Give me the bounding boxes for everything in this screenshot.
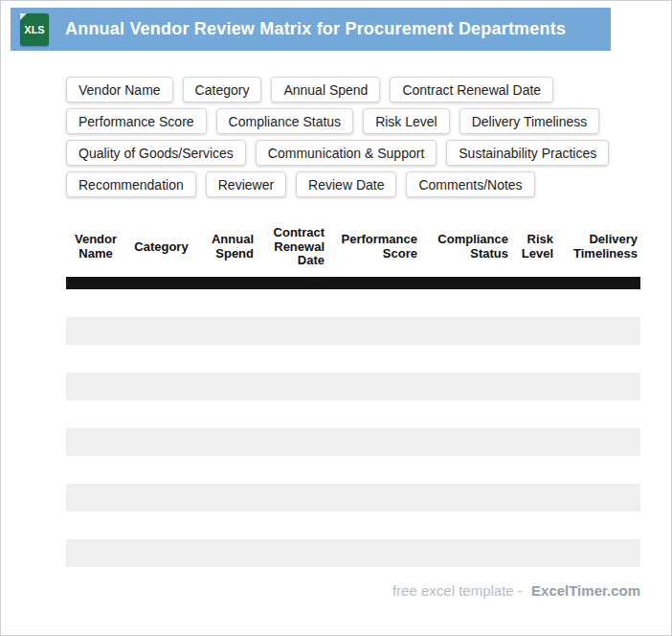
table-cell: [511, 511, 556, 539]
table-cell: [327, 511, 420, 539]
field-tag-delivery-timeliness[interactable]: Delivery Timeliness: [459, 108, 600, 134]
table-cell: [327, 484, 420, 511]
field-tag-annual-spend[interactable]: Annual Spend: [271, 77, 380, 102]
table-cell: [327, 428, 420, 456]
table-cell: [556, 539, 640, 567]
table-cell: [66, 373, 125, 400]
column-header-category: Category: [125, 217, 197, 277]
field-tag-category[interactable]: Category: [183, 77, 262, 102]
table-cell: [511, 400, 556, 428]
table-header-row: Vendor Name Category Annual Spend Contra…: [66, 217, 640, 277]
footer-label: free excel template -: [392, 582, 523, 599]
table-cell: [66, 400, 125, 428]
table-cell: [257, 373, 327, 400]
table-cell: [556, 428, 640, 456]
table-cell: [197, 373, 257, 400]
table-cell: [511, 456, 556, 484]
column-header-compliance-status: Compliance Status: [420, 217, 511, 277]
table-row: [66, 428, 640, 456]
table-cell: [420, 289, 511, 317]
table-cell: [556, 511, 640, 539]
table-row: [66, 400, 640, 428]
table-row: [66, 484, 640, 511]
table-cell: [125, 456, 197, 484]
table-cell: [125, 428, 197, 456]
field-tag-communication-support[interactable]: Communication & Support: [256, 140, 437, 166]
table-row: [66, 456, 640, 484]
table-cell: [197, 456, 257, 484]
column-header-risk-level: Risk Level: [511, 217, 556, 277]
table-cell: [327, 289, 420, 317]
table-row: [66, 539, 640, 567]
field-tag-vendor-name[interactable]: Vendor Name: [66, 77, 173, 102]
table-cell: [66, 456, 125, 484]
field-tag-list: Vendor Name Category Annual Spend Contra…: [66, 77, 640, 203]
template-preview-page: XLS Annual Vendor Review Matrix for Proc…: [0, 0, 672, 636]
field-tag-sustainability[interactable]: Sustainability Practices: [446, 140, 609, 166]
table-cell: [511, 539, 556, 567]
table-cell: [257, 511, 327, 539]
table-cell: [257, 484, 327, 511]
table-row: [66, 317, 640, 345]
table-cell: [511, 428, 556, 456]
table-cell: [66, 428, 125, 456]
table-cell: [125, 539, 197, 567]
field-tag-recommendation[interactable]: Recommendation: [66, 171, 196, 197]
table-cell: [511, 317, 556, 345]
field-tag-comments-notes[interactable]: Comments/Notes: [406, 171, 534, 197]
table-cell: [125, 317, 197, 345]
column-header-contract-renewal-date: Contract Renewal Date: [257, 217, 327, 277]
column-header-vendor-name: Vendor Name: [66, 217, 125, 277]
table-cell: [66, 511, 125, 539]
table-cell: [66, 317, 125, 345]
table-cell: [556, 456, 640, 484]
column-header-performance-score: Performance Score: [327, 217, 420, 277]
table-cell: [420, 539, 511, 567]
table-cell: [556, 373, 640, 400]
table-cell: [327, 539, 420, 567]
field-tag-row: Quality of Goods/Services Communication …: [66, 140, 640, 166]
table-cell: [556, 400, 640, 428]
field-tag-row: Performance Score Compliance Status Risk…: [66, 108, 640, 134]
table-cell: [197, 400, 257, 428]
table-cell: [125, 400, 197, 428]
field-tag-row: Vendor Name Category Annual Spend Contra…: [66, 77, 640, 102]
table-cell: [420, 345, 511, 373]
table-cell: [66, 539, 125, 567]
table-cell: [420, 317, 511, 345]
footer-brand-link[interactable]: ExcelTimer.com: [531, 582, 640, 599]
header-divider: [66, 277, 640, 289]
table-cell: [197, 428, 257, 456]
table-cell: [420, 511, 511, 539]
table-cell: [257, 317, 327, 345]
field-tag-review-date[interactable]: Review Date: [296, 171, 396, 197]
field-tag-quality-of-goods[interactable]: Quality of Goods/Services: [66, 140, 246, 166]
table-cell: [125, 373, 197, 400]
table-cell: [511, 373, 556, 400]
table-cell: [197, 289, 257, 317]
title-bar: XLS Annual Vendor Review Matrix for Proc…: [11, 8, 611, 51]
table-cell: [197, 484, 257, 511]
table-cell: [556, 289, 640, 317]
table-cell: [197, 539, 257, 567]
table-cell: [556, 484, 640, 511]
table-row: [66, 345, 640, 373]
field-tag-row: Recommendation Reviewer Review Date Comm…: [66, 171, 640, 197]
field-tag-contract-renewal-date[interactable]: Contract Renewal Date: [390, 77, 553, 102]
page-title: Annual Vendor Review Matrix for Procurem…: [65, 19, 566, 39]
table-cell: [327, 373, 420, 400]
vendor-review-table: Vendor Name Category Annual Spend Contra…: [66, 217, 640, 567]
table-cell: [257, 289, 327, 317]
field-tag-performance-score[interactable]: Performance Score: [66, 108, 207, 134]
table-cell: [125, 345, 197, 373]
column-header-annual-spend: Annual Spend: [197, 217, 257, 277]
field-tag-reviewer[interactable]: Reviewer: [206, 171, 286, 197]
field-tag-compliance-status[interactable]: Compliance Status: [216, 108, 354, 134]
table-cell: [511, 345, 556, 373]
field-tag-risk-level[interactable]: Risk Level: [363, 108, 450, 134]
table-cell: [66, 345, 125, 373]
table-cell: [420, 373, 511, 400]
table-cell: [327, 317, 420, 345]
table-cell: [257, 428, 327, 456]
table-cell: [125, 484, 197, 511]
